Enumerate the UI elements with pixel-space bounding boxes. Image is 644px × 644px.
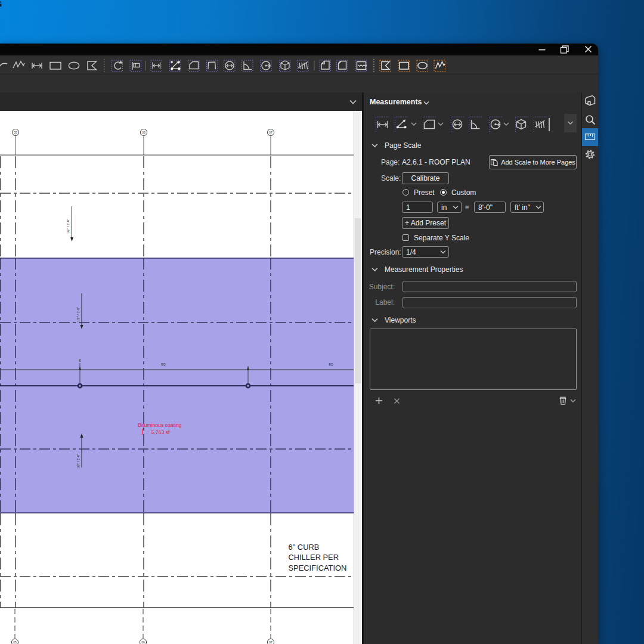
svg-text:1/2" / 1'-0": 1/2" / 1'-0"	[76, 454, 80, 469]
svg-text:5,763 sf: 5,763 sf	[151, 429, 170, 435]
svg-text:07: 07	[269, 131, 273, 134]
svg-text:06: 06	[142, 131, 145, 134]
svg-text:EQ: EQ	[161, 363, 165, 366]
svg-text:Bituminous coating: Bituminous coating	[138, 422, 182, 428]
svg-text:¢: ¢	[79, 358, 81, 363]
svg-text:05: 05	[13, 640, 17, 644]
svg-text:1/2" / 1'-0": 1/2" / 1'-0"	[66, 219, 70, 234]
svg-text:07: 07	[269, 640, 273, 644]
svg-text:SPECIFICATION: SPECIFICATION	[289, 564, 347, 572]
svg-text:EQ: EQ	[329, 363, 333, 366]
svg-text:06: 06	[141, 640, 145, 644]
svg-text:CHILLER PER: CHILLER PER	[289, 553, 339, 562]
svg-text:05: 05	[14, 131, 17, 134]
svg-text:6" CURB: 6" CURB	[289, 543, 320, 552]
svg-text:1/2" / 1'-0": 1/2" / 1'-0"	[76, 307, 80, 322]
